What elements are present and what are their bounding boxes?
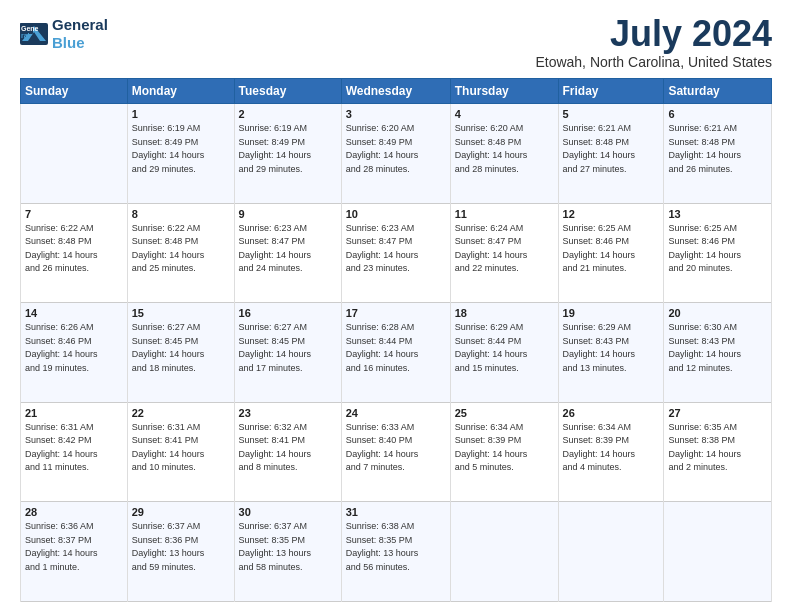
day-info: Sunrise: 6:37 AM Sunset: 8:36 PM Dayligh…	[132, 520, 230, 574]
day-number: 28	[25, 506, 123, 518]
week-row-1: 1Sunrise: 6:19 AM Sunset: 8:49 PM Daylig…	[21, 104, 772, 204]
week-row-3: 14Sunrise: 6:26 AM Sunset: 8:46 PM Dayli…	[21, 303, 772, 403]
day-number: 23	[239, 407, 337, 419]
day-number: 25	[455, 407, 554, 419]
logo-text: GeneralBlue	[52, 16, 108, 52]
day-cell: 24Sunrise: 6:33 AM Sunset: 8:40 PM Dayli…	[341, 402, 450, 502]
day-number: 7	[25, 208, 123, 220]
day-cell: 9Sunrise: 6:23 AM Sunset: 8:47 PM Daylig…	[234, 203, 341, 303]
day-number: 9	[239, 208, 337, 220]
day-number: 14	[25, 307, 123, 319]
day-info: Sunrise: 6:20 AM Sunset: 8:48 PM Dayligh…	[455, 122, 554, 176]
day-info: Sunrise: 6:23 AM Sunset: 8:47 PM Dayligh…	[239, 222, 337, 276]
day-cell: 25Sunrise: 6:34 AM Sunset: 8:39 PM Dayli…	[450, 402, 558, 502]
day-info: Sunrise: 6:21 AM Sunset: 8:48 PM Dayligh…	[563, 122, 660, 176]
day-cell: 12Sunrise: 6:25 AM Sunset: 8:46 PM Dayli…	[558, 203, 664, 303]
col-saturday: Saturday	[664, 79, 772, 104]
day-cell: 18Sunrise: 6:29 AM Sunset: 8:44 PM Dayli…	[450, 303, 558, 403]
day-number: 21	[25, 407, 123, 419]
day-number: 27	[668, 407, 767, 419]
day-info: Sunrise: 6:36 AM Sunset: 8:37 PM Dayligh…	[25, 520, 123, 574]
day-cell	[558, 502, 664, 602]
day-info: Sunrise: 6:20 AM Sunset: 8:49 PM Dayligh…	[346, 122, 446, 176]
day-info: Sunrise: 6:32 AM Sunset: 8:41 PM Dayligh…	[239, 421, 337, 475]
day-cell: 4Sunrise: 6:20 AM Sunset: 8:48 PM Daylig…	[450, 104, 558, 204]
day-info: Sunrise: 6:37 AM Sunset: 8:35 PM Dayligh…	[239, 520, 337, 574]
day-info: Sunrise: 6:22 AM Sunset: 8:48 PM Dayligh…	[132, 222, 230, 276]
day-cell: 10Sunrise: 6:23 AM Sunset: 8:47 PM Dayli…	[341, 203, 450, 303]
day-cell: 14Sunrise: 6:26 AM Sunset: 8:46 PM Dayli…	[21, 303, 128, 403]
day-cell: 29Sunrise: 6:37 AM Sunset: 8:36 PM Dayli…	[127, 502, 234, 602]
header: Gene ral GeneralBlue July 2024 Etowah, N…	[20, 16, 772, 70]
day-cell: 6Sunrise: 6:21 AM Sunset: 8:48 PM Daylig…	[664, 104, 772, 204]
day-cell: 11Sunrise: 6:24 AM Sunset: 8:47 PM Dayli…	[450, 203, 558, 303]
day-number: 17	[346, 307, 446, 319]
svg-text:ral: ral	[21, 32, 30, 39]
day-number: 3	[346, 108, 446, 120]
day-info: Sunrise: 6:23 AM Sunset: 8:47 PM Dayligh…	[346, 222, 446, 276]
calendar-table: Sunday Monday Tuesday Wednesday Thursday…	[20, 78, 772, 602]
day-number: 24	[346, 407, 446, 419]
day-info: Sunrise: 6:31 AM Sunset: 8:41 PM Dayligh…	[132, 421, 230, 475]
svg-text:Gene: Gene	[21, 25, 39, 32]
day-info: Sunrise: 6:27 AM Sunset: 8:45 PM Dayligh…	[239, 321, 337, 375]
col-sunday: Sunday	[21, 79, 128, 104]
day-cell: 16Sunrise: 6:27 AM Sunset: 8:45 PM Dayli…	[234, 303, 341, 403]
week-row-4: 21Sunrise: 6:31 AM Sunset: 8:42 PM Dayli…	[21, 402, 772, 502]
day-cell: 7Sunrise: 6:22 AM Sunset: 8:48 PM Daylig…	[21, 203, 128, 303]
day-cell: 19Sunrise: 6:29 AM Sunset: 8:43 PM Dayli…	[558, 303, 664, 403]
col-monday: Monday	[127, 79, 234, 104]
day-number: 22	[132, 407, 230, 419]
col-wednesday: Wednesday	[341, 79, 450, 104]
day-info: Sunrise: 6:19 AM Sunset: 8:49 PM Dayligh…	[239, 122, 337, 176]
day-number: 30	[239, 506, 337, 518]
day-number: 29	[132, 506, 230, 518]
day-cell: 30Sunrise: 6:37 AM Sunset: 8:35 PM Dayli…	[234, 502, 341, 602]
day-cell	[450, 502, 558, 602]
day-number: 13	[668, 208, 767, 220]
day-number: 5	[563, 108, 660, 120]
day-number: 2	[239, 108, 337, 120]
day-cell: 26Sunrise: 6:34 AM Sunset: 8:39 PM Dayli…	[558, 402, 664, 502]
day-cell: 17Sunrise: 6:28 AM Sunset: 8:44 PM Dayli…	[341, 303, 450, 403]
day-cell: 3Sunrise: 6:20 AM Sunset: 8:49 PM Daylig…	[341, 104, 450, 204]
day-info: Sunrise: 6:26 AM Sunset: 8:46 PM Dayligh…	[25, 321, 123, 375]
week-row-5: 28Sunrise: 6:36 AM Sunset: 8:37 PM Dayli…	[21, 502, 772, 602]
day-cell: 22Sunrise: 6:31 AM Sunset: 8:41 PM Dayli…	[127, 402, 234, 502]
day-number: 18	[455, 307, 554, 319]
day-info: Sunrise: 6:25 AM Sunset: 8:46 PM Dayligh…	[668, 222, 767, 276]
day-number: 16	[239, 307, 337, 319]
day-info: Sunrise: 6:29 AM Sunset: 8:43 PM Dayligh…	[563, 321, 660, 375]
day-info: Sunrise: 6:35 AM Sunset: 8:38 PM Dayligh…	[668, 421, 767, 475]
day-cell	[21, 104, 128, 204]
day-number: 20	[668, 307, 767, 319]
location: Etowah, North Carolina, United States	[535, 54, 772, 70]
logo: Gene ral GeneralBlue	[20, 16, 108, 52]
col-tuesday: Tuesday	[234, 79, 341, 104]
title-block: July 2024 Etowah, North Carolina, United…	[535, 16, 772, 70]
day-info: Sunrise: 6:29 AM Sunset: 8:44 PM Dayligh…	[455, 321, 554, 375]
day-number: 10	[346, 208, 446, 220]
day-info: Sunrise: 6:19 AM Sunset: 8:49 PM Dayligh…	[132, 122, 230, 176]
col-thursday: Thursday	[450, 79, 558, 104]
day-cell: 20Sunrise: 6:30 AM Sunset: 8:43 PM Dayli…	[664, 303, 772, 403]
header-row: Sunday Monday Tuesday Wednesday Thursday…	[21, 79, 772, 104]
day-info: Sunrise: 6:30 AM Sunset: 8:43 PM Dayligh…	[668, 321, 767, 375]
calendar-page: Gene ral GeneralBlue July 2024 Etowah, N…	[0, 0, 792, 612]
day-number: 15	[132, 307, 230, 319]
day-info: Sunrise: 6:27 AM Sunset: 8:45 PM Dayligh…	[132, 321, 230, 375]
day-cell: 28Sunrise: 6:36 AM Sunset: 8:37 PM Dayli…	[21, 502, 128, 602]
day-cell: 21Sunrise: 6:31 AM Sunset: 8:42 PM Dayli…	[21, 402, 128, 502]
day-cell: 31Sunrise: 6:38 AM Sunset: 8:35 PM Dayli…	[341, 502, 450, 602]
day-info: Sunrise: 6:22 AM Sunset: 8:48 PM Dayligh…	[25, 222, 123, 276]
col-friday: Friday	[558, 79, 664, 104]
week-row-2: 7Sunrise: 6:22 AM Sunset: 8:48 PM Daylig…	[21, 203, 772, 303]
day-info: Sunrise: 6:28 AM Sunset: 8:44 PM Dayligh…	[346, 321, 446, 375]
day-info: Sunrise: 6:25 AM Sunset: 8:46 PM Dayligh…	[563, 222, 660, 276]
day-cell: 15Sunrise: 6:27 AM Sunset: 8:45 PM Dayli…	[127, 303, 234, 403]
day-info: Sunrise: 6:24 AM Sunset: 8:47 PM Dayligh…	[455, 222, 554, 276]
day-cell: 1Sunrise: 6:19 AM Sunset: 8:49 PM Daylig…	[127, 104, 234, 204]
day-info: Sunrise: 6:34 AM Sunset: 8:39 PM Dayligh…	[563, 421, 660, 475]
day-info: Sunrise: 6:38 AM Sunset: 8:35 PM Dayligh…	[346, 520, 446, 574]
day-number: 1	[132, 108, 230, 120]
